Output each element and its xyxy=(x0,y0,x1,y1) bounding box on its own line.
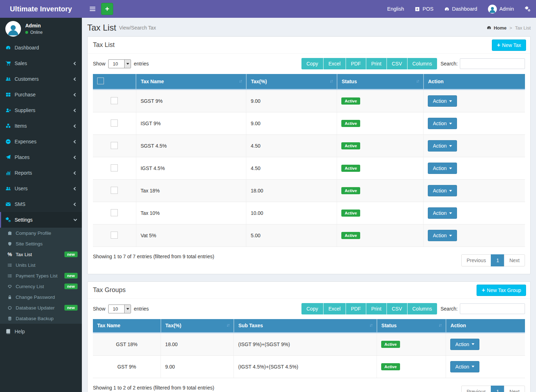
tax-group-name-cell: GST 9% xyxy=(93,355,161,378)
row-checkbox[interactable] xyxy=(111,209,118,216)
columns-button[interactable]: Columns xyxy=(408,303,437,314)
sidebar-item-units-list[interactable]: Units List xyxy=(0,260,82,270)
sub-taxes-cell: (IGST 4.5%)+(SGST 4.5%) xyxy=(234,355,377,378)
column-header-status[interactable]: Status↓↑ xyxy=(377,319,446,333)
sidebar-item-site-settings[interactable]: Site Settings xyxy=(0,238,82,249)
tax-percent-cell: 18.00 xyxy=(161,333,234,355)
sidebar-item-help[interactable]: Help xyxy=(0,324,82,339)
status-badge: Active xyxy=(341,120,360,127)
row-checkbox[interactable] xyxy=(111,142,118,149)
search-input[interactable] xyxy=(460,303,525,314)
next-page-button[interactable]: Next xyxy=(504,254,525,266)
action-dropdown-button[interactable]: Action xyxy=(428,207,457,219)
page-1-button[interactable]: 1 xyxy=(491,254,504,266)
csv-button[interactable]: CSV xyxy=(387,303,408,314)
sidebar-item-currency-list[interactable]: Currency Listnew xyxy=(0,281,82,292)
sidebar-item-settings[interactable]: Settings xyxy=(0,212,82,228)
list-icon xyxy=(7,274,12,278)
page-size-select[interactable]: 10 xyxy=(108,59,131,68)
diamond-icon xyxy=(7,284,12,289)
copy-button[interactable]: Copy xyxy=(301,58,324,69)
excel-button[interactable]: Excel xyxy=(324,58,346,69)
action-dropdown-button[interactable]: Action xyxy=(428,140,457,152)
tachometer-icon xyxy=(5,45,11,51)
sidebar-item-dashboard[interactable]: Dashboard xyxy=(0,40,82,55)
pos-link[interactable]: POS xyxy=(415,6,433,12)
sidebar-item-items[interactable]: Items xyxy=(0,118,82,134)
action-dropdown-button[interactable]: Action xyxy=(428,118,457,129)
tax-name-cell: ISGT 9% xyxy=(136,112,246,135)
sidebar-item-reports[interactable]: Reports xyxy=(0,165,82,181)
brand-logo[interactable]: Ultimate Inventory xyxy=(0,0,82,18)
excel-button[interactable]: Excel xyxy=(324,303,346,314)
column-header-tax-percent[interactable]: Tax(%)↓↑ xyxy=(161,319,234,333)
search-input[interactable] xyxy=(460,58,525,69)
person-icon xyxy=(488,6,497,14)
action-dropdown-button[interactable]: Action xyxy=(450,339,479,350)
column-header-status[interactable]: Status↓↑ xyxy=(337,74,424,90)
action-dropdown-button[interactable]: Action xyxy=(450,361,479,372)
quick-add-button[interactable]: + xyxy=(101,3,113,15)
tachometer-icon xyxy=(444,6,450,12)
tax-list-table: Tax Name↓↑ Tax(%)↓↑ Status↓↑ Action SGST… xyxy=(93,74,525,247)
sidebar-item-company-profile[interactable]: Company Profile xyxy=(0,228,82,238)
row-checkbox[interactable] xyxy=(111,164,118,171)
print-button[interactable]: Print xyxy=(366,58,387,69)
avatar xyxy=(488,5,497,14)
sidebar-item-expenses[interactable]: Expenses xyxy=(0,134,82,149)
select-arrow-icon xyxy=(124,60,131,68)
sidebar-item-places[interactable]: Places xyxy=(0,149,82,165)
page-1-button[interactable]: 1 xyxy=(491,386,504,392)
plus-icon: + xyxy=(497,42,500,48)
next-page-button[interactable]: Next xyxy=(504,386,525,392)
language-menu[interactable]: English xyxy=(387,6,404,12)
sidebar-item-sms[interactable]: SMS xyxy=(0,196,82,212)
pdf-button[interactable]: PDF xyxy=(346,58,366,69)
select-all-header[interactable] xyxy=(93,74,136,90)
csv-button[interactable]: CSV xyxy=(387,58,408,69)
columns-button[interactable]: Columns xyxy=(408,58,437,69)
page-size-select[interactable]: 10 xyxy=(108,304,131,313)
sidebar-item-sales[interactable]: Sales xyxy=(0,55,82,71)
action-dropdown-button[interactable]: Action xyxy=(428,230,457,241)
breadcrumb-home-link[interactable]: Home xyxy=(487,25,506,31)
column-header-tax-percent[interactable]: Tax(%)↓↑ xyxy=(246,74,337,90)
dashboard-link[interactable]: Dashboard xyxy=(444,6,477,12)
new-tax-button[interactable]: +New Tax xyxy=(492,39,526,51)
sidebar-user-panel: Admin Online xyxy=(0,18,82,40)
sidebar-item-database-backup[interactable]: Database Backup xyxy=(0,313,82,324)
caret-down-icon xyxy=(449,212,452,216)
column-header-tax-name[interactable]: Tax Name xyxy=(93,319,161,333)
row-checkbox[interactable] xyxy=(111,120,118,127)
select-all-checkbox[interactable] xyxy=(97,78,104,84)
plus-icon: + xyxy=(482,287,485,293)
new-tax-group-button[interactable]: +New Tax Group xyxy=(477,285,526,296)
previous-page-button[interactable]: Previous xyxy=(461,386,491,392)
tax-groups-toolbar: Show 10 entries Copy Excel PDF xyxy=(93,303,525,314)
sidebar-toggle-button[interactable] xyxy=(85,0,100,18)
row-checkbox[interactable] xyxy=(111,97,118,104)
sort-icon: ↓↑ xyxy=(239,79,242,84)
sidebar-item-users[interactable]: Users xyxy=(0,181,82,196)
sidebar-item-tax-list[interactable]: %Tax Listnew xyxy=(0,249,82,260)
row-checkbox[interactable] xyxy=(111,187,118,194)
action-dropdown-button[interactable]: Action xyxy=(428,95,457,107)
copy-button[interactable]: Copy xyxy=(301,303,324,314)
user-menu[interactable]: Admin xyxy=(488,5,514,14)
sidebar-item-purchase[interactable]: Purchase xyxy=(0,87,82,102)
column-header-sub-taxes[interactable]: Sub Taxes↓↑ xyxy=(234,319,377,333)
column-header-tax-name[interactable]: Tax Name↓↑ xyxy=(136,74,246,90)
sidebar-item-change-password[interactable]: Change Password xyxy=(0,292,82,302)
action-dropdown-button[interactable]: Action xyxy=(428,163,457,174)
sidebar-item-database-updater[interactable]: Database Updaternew xyxy=(0,302,82,313)
settings-menu[interactable] xyxy=(525,6,531,12)
show-label: Show xyxy=(93,306,105,312)
print-button[interactable]: Print xyxy=(366,303,387,314)
action-dropdown-button[interactable]: Action xyxy=(428,185,457,196)
row-checkbox[interactable] xyxy=(111,232,118,239)
pdf-button[interactable]: PDF xyxy=(346,303,366,314)
sidebar-item-customers[interactable]: Customers xyxy=(0,71,82,87)
sidebar-item-payment-types-list[interactable]: Payment Types Listnew xyxy=(0,270,82,281)
previous-page-button[interactable]: Previous xyxy=(461,254,491,266)
sidebar-item-suppliers[interactable]: Suppliers xyxy=(0,102,82,118)
